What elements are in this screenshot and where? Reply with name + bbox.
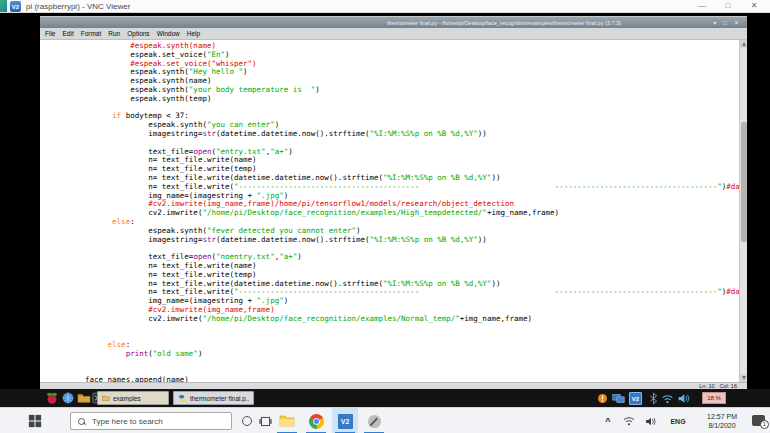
pi-taskbar: examples thermometer final.p.. V2: [0, 389, 770, 407]
python-icon: [178, 394, 187, 403]
code-line: n= text_file.write(datetime.datetime.now…: [85, 174, 739, 183]
code-line: espeak.synth("your body temperature is "…: [85, 86, 739, 95]
code-line: espeak.synth("fever detected you cannot …: [85, 227, 739, 236]
file-manager-icon[interactable]: [77, 391, 91, 405]
minimize-icon[interactable]: —: [690, 0, 714, 13]
code-line: [85, 367, 739, 376]
code-line: n= text_file.write("--------------------…: [85, 288, 739, 297]
code-line: espeak.set_voice("En"): [85, 51, 739, 60]
taskbar-search-box[interactable]: [70, 412, 232, 430]
bluetooth-icon[interactable]: [647, 392, 660, 405]
cpu-usage-monitor[interactable]: 18 %: [702, 392, 726, 404]
paint-app-icon: [367, 414, 382, 429]
menu-help[interactable]: Help: [187, 30, 200, 37]
code-line: #espeak.synth(name): [85, 42, 739, 51]
paint-app-button[interactable]: [361, 408, 387, 433]
raspberry-menu-icon[interactable]: [45, 391, 59, 405]
code-line: else:: [85, 218, 739, 227]
scrollbar-thumb[interactable]: [741, 122, 747, 242]
code-lines: #espeak.synth(name) espeak.set_voice("En…: [85, 42, 739, 382]
menu-window[interactable]: Window: [157, 30, 180, 37]
taskbar-clock[interactable]: 12:57 PM 8/1/2020: [696, 408, 748, 433]
chrome-button[interactable]: [303, 408, 329, 433]
scroll-down-icon[interactable]: [740, 374, 747, 382]
wifi-icon[interactable]: [661, 392, 674, 405]
search-input[interactable]: [92, 417, 231, 426]
taskbar-item-thermometer-file[interactable]: thermometer final.p..: [173, 391, 254, 405]
code-line: else:: [85, 341, 739, 350]
task-label: thermometer final.p..: [190, 395, 249, 402]
code-line: text_file=open("entry.txt","a+"): [85, 148, 739, 157]
code-line: n= text_file.write("--------------------…: [85, 183, 739, 192]
windows-taskbar: V2 ^ ENG 12:57 PM 8/1/2020 1: [0, 407, 770, 433]
menu-edit[interactable]: Edit: [62, 30, 73, 37]
code-line: espeak.synth(name): [85, 77, 739, 86]
code-line: espeak.synth("you can enter"): [85, 121, 739, 130]
code-line: n= text_file.write(datetime.datetime.now…: [85, 280, 739, 289]
scroll-up-icon[interactable]: [740, 40, 747, 48]
code-line: img_name=(imagestring + ".jpg"): [85, 297, 739, 306]
menu-format[interactable]: Format: [81, 30, 102, 37]
language-indicator[interactable]: ENG: [666, 408, 690, 433]
code-line: #espeak.set_voice("whisper"): [85, 60, 739, 69]
idle-statusbar: Ln: 10 Col: 16: [40, 382, 747, 389]
idle-titlebar[interactable]: thermometer final.py - /home/pi/Desktop/…: [40, 16, 747, 28]
clock-date: 8/1/2020: [708, 421, 735, 430]
tray-chevron-up-icon[interactable]: ^: [600, 408, 616, 433]
idle-menubar: File Edit Format Run Options Window Help: [40, 28, 747, 40]
menu-file[interactable]: File: [45, 30, 55, 37]
clock-time: 12:57 PM: [707, 412, 737, 421]
vnc-viewer-icon: V2: [338, 414, 353, 429]
start-button[interactable]: [28, 414, 42, 428]
code-line: [85, 104, 739, 113]
task-view-icon: [259, 415, 272, 428]
cortana-button[interactable]: [242, 416, 252, 426]
code-line: espeak.synth(temp): [85, 95, 739, 104]
vnc-server-tray-icon[interactable]: V2: [629, 392, 642, 405]
vnc-viewer-button[interactable]: V2: [332, 408, 358, 433]
remote-desktop: thermometer final.py - /home/pi/Desktop/…: [0, 13, 770, 407]
code-line: img_name=(imagestring + ".jpg"): [85, 192, 739, 201]
code-line: print("old same"): [85, 350, 739, 359]
code-line: [85, 324, 739, 333]
code-line: n= text_file.write(temp): [85, 271, 739, 280]
desktop-icon-fragment: [0, 0, 7, 12]
menu-run[interactable]: Run: [108, 30, 120, 37]
vnc-viewer-titlebar: V2 pi (raspberrypi) - VNC Viewer — □ ✕: [0, 0, 770, 13]
notification-badge: 1: [760, 420, 769, 429]
code-line: [85, 244, 739, 253]
code-line: n= text_file.write(name): [85, 156, 739, 165]
vnc-viewer-app-icon: V2: [10, 1, 21, 12]
task-label: examples: [113, 395, 141, 402]
code-line: [85, 332, 739, 341]
taskbar-item-examples[interactable]: examples: [97, 391, 169, 405]
code-line: [85, 139, 739, 148]
file-explorer-button[interactable]: [274, 408, 300, 433]
code-line: n= text_file.write(temp): [85, 165, 739, 174]
maximize-icon[interactable]: □: [716, 0, 740, 13]
action-center-icon[interactable]: 1: [752, 415, 765, 426]
code-line: text_file=open("noentry.txt","a+"): [85, 253, 739, 262]
close-icon[interactable]: ✕: [742, 0, 766, 13]
code-line: imagestring=str(datetime.datetime.now().…: [85, 130, 739, 139]
menu-options[interactable]: Options: [127, 30, 149, 37]
display-monitors-icon[interactable]: [612, 392, 625, 405]
code-line: cv2.imwrite("/home/pi/Desktop/face_recog…: [85, 209, 739, 218]
idle-editor-window: thermometer final.py - /home/pi/Desktop/…: [40, 16, 747, 389]
updates-warning-icon[interactable]: [596, 392, 609, 405]
chrome-icon: [309, 414, 324, 429]
vnc-window-title: pi (raspberrypi) - VNC Viewer: [26, 0, 130, 13]
volume-tray-icon[interactable]: [642, 408, 660, 433]
file-explorer-icon: [279, 414, 295, 428]
volume-icon[interactable]: [677, 392, 690, 405]
network-tray-icon[interactable]: [620, 408, 638, 433]
code-line: #cv2.imwrite(img_name,frame): [85, 306, 739, 315]
code-line: [85, 359, 739, 368]
search-icon: [78, 418, 85, 425]
editor-scrollbar[interactable]: [739, 40, 747, 382]
code-line: imagestring=str(datetime.datetime.now().…: [85, 236, 739, 245]
web-browser-icon[interactable]: [61, 391, 75, 405]
code-line: espeak.synth("Hey hello "): [85, 68, 739, 77]
code-editor[interactable]: #espeak.synth(name) espeak.set_voice("En…: [40, 40, 747, 382]
code-line: #cv2.imwrite(img_name,frame)/home/pi/ten…: [85, 200, 739, 209]
